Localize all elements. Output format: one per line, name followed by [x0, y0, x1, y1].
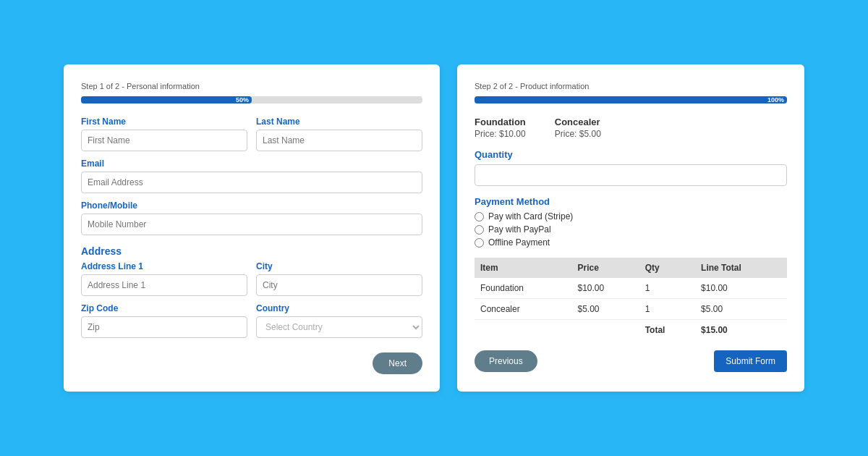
table-header-row: Item Price Qty Line Total [475, 258, 787, 278]
foundation-name: Foundation [475, 117, 526, 127]
table-row: Foundation $10.00 1 $10.00 [475, 278, 787, 299]
zip-country-row: Zip Code Country Select Country United S… [81, 303, 422, 338]
row2-item: Concealer [475, 299, 571, 320]
total-label: Total [639, 320, 695, 341]
product-concealer: Concealer Price: $5.00 [555, 117, 601, 139]
zip-group: Zip Code [81, 303, 247, 338]
quantity-input[interactable] [475, 164, 787, 186]
address1-group: Address Line 1 [81, 261, 247, 296]
row1-line-total: $10.00 [695, 278, 787, 299]
payment-offline-option: Offline Payment [475, 237, 787, 248]
payment-card-radio[interactable] [475, 212, 484, 221]
submit-button[interactable]: Submit Form [714, 350, 787, 372]
address1-input[interactable] [81, 274, 247, 296]
zip-input[interactable] [81, 316, 247, 338]
phone-label: Phone/Mobile [81, 200, 422, 211]
step1-card: Step 1 of 2 - Personal information 50% F… [64, 64, 440, 392]
product-row: Foundation Price: $10.00 Concealer Price… [475, 117, 787, 139]
progress-bar-wrap: 50% [81, 96, 422, 104]
city-group: City [256, 261, 422, 296]
next-button-row: Next [81, 345, 422, 374]
order-table: Item Price Qty Line Total Foundation $10… [475, 258, 787, 340]
last-name-group: Last Name [256, 117, 422, 151]
payment-paypal-option: Pay with PayPal [475, 224, 787, 235]
total-value: $15.00 [695, 320, 787, 341]
table-row: Concealer $5.00 1 $5.00 [475, 299, 787, 320]
step1-label: Step 1 of 2 - Personal information [81, 82, 422, 90]
col-qty: Qty [639, 258, 695, 278]
col-line-total: Line Total [695, 258, 787, 278]
first-name-label: First Name [81, 117, 247, 127]
progress-bar-fill-2: 100% [475, 96, 787, 104]
first-name-group: First Name [81, 117, 247, 151]
city-input[interactable] [256, 274, 422, 296]
col-item: Item [475, 258, 571, 278]
last-name-label: Last Name [256, 117, 422, 127]
concealer-price: Price: $5.00 [555, 129, 601, 139]
address1-label: Address Line 1 [81, 261, 247, 271]
progress-bar-wrap-2: 100% [475, 96, 787, 104]
payment-offline-radio[interactable] [475, 238, 484, 248]
email-label: Email [81, 159, 422, 169]
payment-card-option: Pay with Card (Stripe) [475, 211, 787, 221]
row1-qty: 1 [639, 278, 695, 299]
email-group: Email [81, 159, 422, 193]
row1-item: Foundation [475, 278, 571, 299]
payment-paypal-label: Pay with PayPal [488, 224, 551, 235]
email-input[interactable] [81, 172, 422, 193]
country-group: Country Select Country United States Uni… [256, 303, 422, 338]
foundation-price: Price: $10.00 [475, 129, 526, 139]
total-spacer [475, 320, 639, 341]
payment-card-label: Pay with Card (Stripe) [488, 211, 573, 221]
table-body: Foundation $10.00 1 $10.00 Concealer $5.… [475, 278, 787, 340]
row2-qty: 1 [639, 299, 695, 320]
progress-text: 50% [236, 96, 249, 104]
address-section-title: Address [81, 245, 422, 257]
country-select[interactable]: Select Country United States United King… [256, 316, 422, 338]
phone-group: Phone/Mobile [81, 200, 422, 235]
quantity-label: Quantity [475, 149, 787, 160]
next-button[interactable]: Next [373, 352, 422, 374]
progress-text-2: 100% [767, 96, 784, 104]
address-city-row: Address Line 1 City [81, 261, 422, 296]
prev-button[interactable]: Previous [475, 350, 537, 372]
country-label: Country [256, 303, 422, 313]
payment-offline-label: Offline Payment [488, 237, 550, 248]
last-name-input[interactable] [256, 130, 422, 151]
city-label: City [256, 261, 422, 271]
payment-label: Payment Method [475, 196, 787, 207]
name-row: First Name Last Name [81, 117, 422, 151]
payment-paypal-radio[interactable] [475, 225, 484, 235]
footer-row: Previous Submit Form [475, 350, 787, 372]
col-price: Price [571, 258, 639, 278]
step2-label: Step 2 of 2 - Product information [475, 82, 787, 90]
row2-line-total: $5.00 [695, 299, 787, 320]
first-name-input[interactable] [81, 130, 247, 151]
step2-card: Step 2 of 2 - Product information 100% F… [457, 64, 804, 392]
phone-input[interactable] [81, 214, 422, 235]
product-foundation: Foundation Price: $10.00 [475, 117, 526, 139]
zip-label: Zip Code [81, 303, 247, 313]
row1-price: $10.00 [571, 278, 639, 299]
row2-price: $5.00 [571, 299, 639, 320]
total-row: Total $15.00 [475, 320, 787, 341]
table-header: Item Price Qty Line Total [475, 258, 787, 278]
concealer-name: Concealer [555, 117, 601, 127]
progress-bar-fill: 50% [81, 96, 252, 104]
